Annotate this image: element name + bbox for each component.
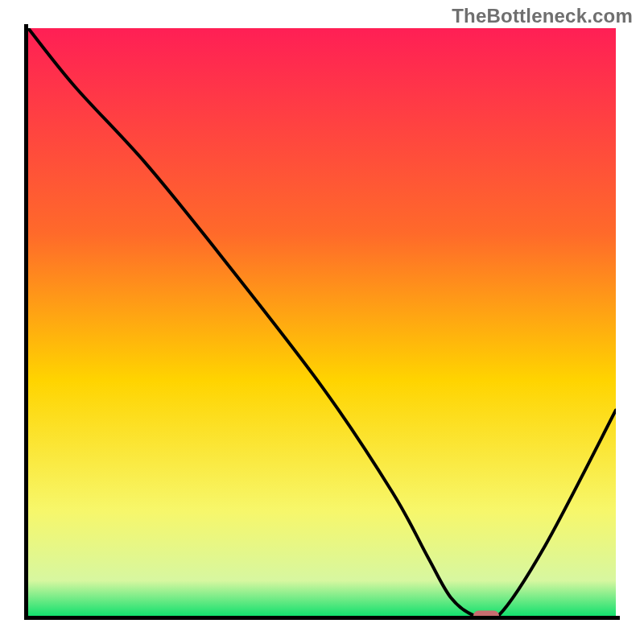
watermark-text: TheBottleneck.com: [452, 5, 633, 27]
y-axis: [24, 24, 28, 620]
curve-svg: [28, 28, 616, 616]
bottleneck-curve: [28, 28, 616, 616]
x-axis: [24, 616, 620, 620]
plot-area: [28, 28, 616, 616]
chart-container: TheBottleneck.com: [0, 0, 644, 644]
